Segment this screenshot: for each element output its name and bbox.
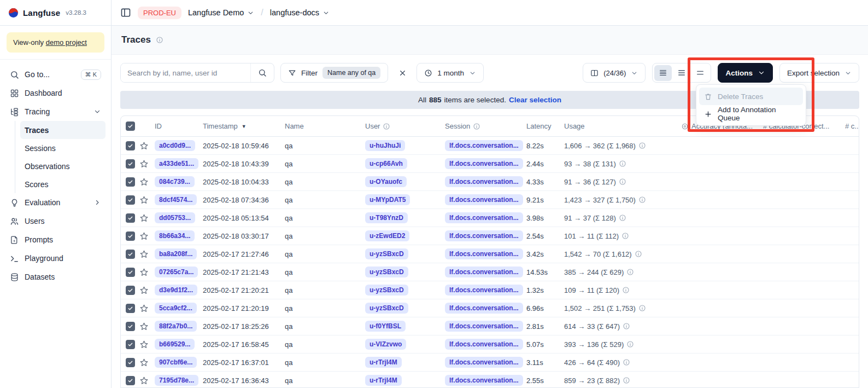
user-badge[interactable]: u-VIZzvwo [365,339,406,350]
sidebar-item-evaluation[interactable]: Evaluation [5,193,105,212]
search-icon[interactable] [251,63,274,82]
sidebar-item-datasets[interactable]: Datasets [5,268,105,286]
info-icon[interactable] [638,142,646,149]
menu-item-delete-traces[interactable]: Delete Traces [699,88,803,105]
trace-id-badge[interactable]: b669529... [155,339,195,350]
info-icon[interactable] [635,250,642,258]
user-badge[interactable]: u-MYpDAT5 [365,194,410,205]
star-icon[interactable] [139,376,149,385]
table-row[interactable]: 907cbf6e... 2025-02-17 16:37:01 qa u-rTr… [121,354,859,372]
sidebar-item-prompts[interactable]: Prompts [5,230,105,249]
row-checkbox[interactable] [126,322,135,331]
table-row[interactable]: ba8a208f... 2025-02-17 21:27:46 qa u-yzS… [121,245,859,263]
table-row[interactable]: a0cd0d9... 2025-02-18 10:59:46 qa u-huJh… [121,137,859,155]
table-row[interactable]: 8b66a34... 2025-02-18 03:30:17 qa u-zEwd… [121,227,859,245]
session-badge[interactable]: lf.docs.conversation... [445,194,523,205]
info-icon[interactable] [619,178,626,186]
session-badge[interactable]: lf.docs.conversation... [445,285,523,296]
row-checkbox[interactable] [126,250,135,259]
search-input[interactable] [121,63,251,82]
table-row[interactable]: 88f2a7b0... 2025-02-17 18:25:26 qa u-f0Y… [121,317,859,335]
info-icon[interactable] [623,377,630,384]
actions-button[interactable]: Actions [718,63,773,83]
star-icon[interactable] [139,250,149,259]
session-badge[interactable]: lf.docs.conversation... [445,321,523,332]
row-checkbox[interactable] [126,177,135,187]
user-badge[interactable]: u-yzSBxcD [365,248,408,259]
star-icon[interactable] [139,286,149,295]
row-checkbox[interactable] [126,268,135,277]
star-icon[interactable] [139,322,149,331]
sidebar-toggle-icon[interactable] [120,7,131,18]
session-badge[interactable]: lf.docs.conversation... [445,357,523,368]
column-header-id[interactable]: ID [155,122,203,130]
info-icon[interactable] [638,304,646,312]
trace-id-badge[interactable]: ba8a208f... [155,248,197,259]
session-badge[interactable]: lf.docs.conversation... [445,303,523,314]
trace-id-badge[interactable]: 084c739... [155,176,195,187]
column-header-latency[interactable]: Latency [526,122,564,130]
row-checkbox[interactable] [126,376,135,385]
star-icon[interactable] [139,304,149,313]
org-selector[interactable]: Langfuse Demo [188,8,254,17]
info-icon[interactable] [623,322,630,330]
trace-id-badge[interactable]: 88f2a7b0... [155,321,197,332]
user-badge[interactable]: u-rTrjI4M [365,357,402,368]
session-badge[interactable]: lf.docs.conversation... [445,248,523,259]
session-badge[interactable]: lf.docs.conversation... [445,140,523,151]
user-badge[interactable]: u-yzSBxcD [365,285,408,296]
sidebar-item-traces[interactable]: Traces [20,121,105,139]
info-icon[interactable] [623,358,630,366]
row-height-tall-icon[interactable] [691,65,709,81]
info-icon[interactable] [621,232,629,240]
sidebar-item-playground[interactable]: Playground [5,249,105,268]
row-height-compact-icon[interactable] [654,65,672,81]
info-icon[interactable] [619,160,626,167]
session-badge[interactable]: lf.docs.conversation... [445,267,523,277]
star-icon[interactable] [139,177,149,187]
star-icon[interactable] [139,358,149,367]
sidebar-item-tracing[interactable]: Tracing [5,102,105,121]
row-height-medium-icon[interactable] [673,65,690,81]
user-badge[interactable]: u-yzSBxcD [365,303,408,314]
session-badge[interactable]: lf.docs.conversation... [445,230,523,241]
row-checkbox[interactable] [126,340,135,349]
table-row[interactable]: 7195d78e... 2025-02-17 16:36:43 qa u-rTr… [121,372,859,388]
session-badge[interactable]: lf.docs.conversation... [445,375,523,386]
sidebar-item-dashboard[interactable]: Dashboard [5,84,105,102]
row-checkbox[interactable] [126,304,135,313]
sidebar-item-goto[interactable]: Go to... ⌘ K [5,65,105,84]
row-checkbox[interactable] [126,358,135,367]
table-row[interactable]: 084c739... 2025-02-18 10:04:33 qa u-OYau… [121,173,859,191]
session-badge[interactable]: lf.docs.conversation... [445,212,523,223]
row-checkbox[interactable] [126,141,135,150]
column-header-session[interactable]: Session [445,122,526,130]
star-icon[interactable] [139,231,149,241]
table-row[interactable]: 8dcf4574... 2025-02-18 07:34:36 qa u-MYp… [121,191,859,209]
sidebar-item-users[interactable]: Users [5,212,105,230]
info-icon[interactable] [619,214,626,222]
trace-id-badge[interactable]: a433de51... [155,158,198,169]
user-badge[interactable]: u-T98YnzD [365,212,408,223]
sidebar-item-scores[interactable]: Scores [20,175,105,193]
user-badge[interactable]: u-yzSBxcD [365,267,408,277]
column-header-name[interactable]: Name [285,122,365,130]
session-badge[interactable]: lf.docs.conversation... [445,176,523,187]
info-icon[interactable] [638,196,646,204]
table-row[interactable]: dd05753... 2025-02-18 05:13:54 qa u-T98Y… [121,209,859,227]
trace-id-badge[interactable]: 8b66a34... [155,230,195,241]
column-header-user[interactable]: User [365,122,445,130]
session-badge[interactable]: lf.docs.conversation... [445,158,523,169]
trace-id-badge[interactable]: 5cca9cf2... [155,303,197,314]
menu-item-add-to-annotation-queue[interactable]: Add to Annotation Queue [699,105,803,123]
user-badge[interactable]: u-OYauofc [365,176,407,187]
sidebar-item-observations[interactable]: Observations [20,157,105,175]
table-row[interactable]: b669529... 2025-02-17 16:58:45 qa u-VIZz… [121,335,859,354]
row-checkbox[interactable] [126,195,135,205]
star-icon[interactable] [139,340,149,349]
table-row[interactable]: d3e9d1f2... 2025-02-17 21:20:21 qa u-yzS… [121,281,859,299]
time-range-button[interactable]: 1 month [417,63,484,83]
row-checkbox[interactable] [126,231,135,241]
trace-id-badge[interactable]: d3e9d1f2... [155,285,197,296]
filter-button[interactable]: Filter Name any of qa [280,63,388,83]
